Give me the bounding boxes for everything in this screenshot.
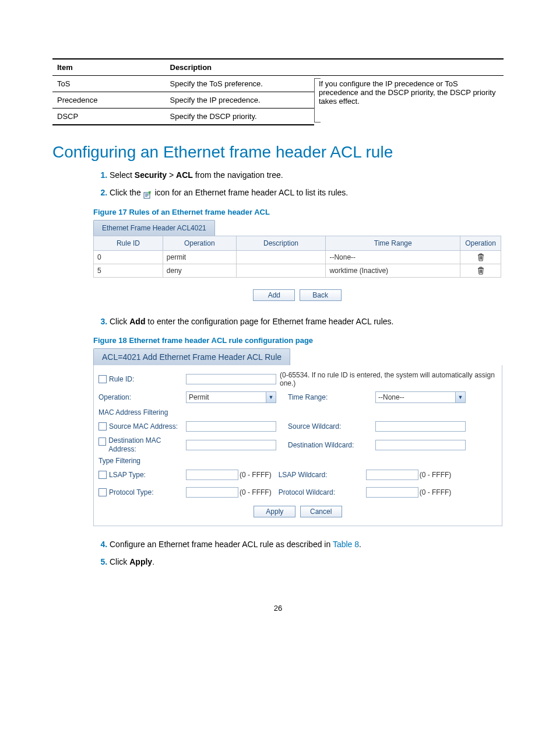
step-5: Click Apply. <box>110 555 504 568</box>
lsap-wildcard-label: LSAP Wildcard: <box>279 471 366 479</box>
operation-select[interactable]: Permit ▼ <box>186 391 276 403</box>
step-2: Click the icon for an Ethernet frame hea… <box>110 186 504 199</box>
col-operation: Operation <box>163 236 236 250</box>
col-operation-action: Operation <box>460 236 501 250</box>
figure-18-caption: Figure 18 Ethernet frame header ACL rule… <box>93 336 504 345</box>
figure-17-panel: Ethernet Frame Header ACL4021 Rule ID Op… <box>93 220 501 301</box>
table-8-link[interactable]: Table 8 <box>333 540 359 549</box>
item-description-table: Item Description ToS Specify the ToS pre… <box>52 58 504 125</box>
delete-icon[interactable] <box>464 267 497 275</box>
type-filtering-header: Type Filtering <box>98 457 497 465</box>
operation-label: Operation: <box>98 393 131 401</box>
page-number: 26 <box>52 604 504 612</box>
edit-icon <box>143 190 153 198</box>
source-wildcard-label: Source Wildcard: <box>288 422 375 430</box>
protocol-type-input[interactable] <box>186 487 238 498</box>
range-hint: (0 - FFFF) <box>420 471 452 479</box>
protocol-wildcard-input[interactable] <box>366 487 418 498</box>
rules-grid: Rule ID Operation Description Time Range… <box>93 236 501 278</box>
row-precedence-desc: Specify the IP precedence. <box>166 92 314 108</box>
col-description: Description <box>236 236 326 250</box>
table-row: 0 permit --None-- <box>94 250 501 264</box>
apply-button[interactable]: Apply <box>254 506 295 517</box>
lsap-type-input[interactable] <box>186 470 238 480</box>
source-mac-label: Source MAC Address: <box>109 422 178 430</box>
table-row: 5 deny worktime (Inactive) <box>94 264 501 277</box>
add-button[interactable]: Add <box>253 289 295 301</box>
col-description: Description <box>166 59 504 76</box>
form-tab[interactable]: ACL=4021 Add Ethernet Frame Header ACL R… <box>93 348 290 365</box>
lsap-wildcard-input[interactable] <box>366 470 418 480</box>
step-3: Click Add to enter the configuration pag… <box>110 315 504 328</box>
protocol-type-checkbox[interactable] <box>98 488 107 496</box>
cancel-button[interactable]: Cancel <box>300 506 342 517</box>
rule-id-label: Rule ID: <box>109 375 134 383</box>
svg-rect-2 <box>145 195 149 195</box>
step-1: Select Security > ACL from the navigatio… <box>110 169 504 181</box>
source-mac-checkbox[interactable] <box>98 422 107 430</box>
section-title: Configuring an Ethernet frame header ACL… <box>52 143 504 162</box>
figure-17-caption: Figure 17 Rules of an Ethernet frame hea… <box>93 208 504 216</box>
col-time-range: Time Range <box>326 236 460 250</box>
row-dscp-item: DSCP <box>52 108 166 125</box>
destination-wildcard-input[interactable] <box>375 440 466 450</box>
time-range-select[interactable]: --None-- ▼ <box>375 391 466 403</box>
mac-filtering-header: MAC Address Filtering <box>98 408 497 416</box>
rule-id-hint: (0-65534. If no rule ID is entered, the … <box>280 371 497 387</box>
col-rule-id: Rule ID <box>94 236 163 250</box>
source-wildcard-input[interactable] <box>375 421 466 432</box>
rule-id-input[interactable] <box>186 374 276 384</box>
range-hint: (0 - FFFF) <box>420 488 452 496</box>
range-hint: (0 - FFFF) <box>240 471 272 479</box>
svg-rect-1 <box>145 194 149 194</box>
row-dscp-desc: Specify the DSCP priority. <box>166 108 314 125</box>
lsap-type-label: LSAP Type: <box>109 471 146 479</box>
destination-mac-label: Destination MAC Address: <box>108 436 186 453</box>
protocol-type-label: Protocol Type: <box>109 488 154 496</box>
time-range-label: Time Range: <box>288 393 375 401</box>
svg-rect-3 <box>145 196 147 197</box>
range-hint: (0 - FFFF) <box>240 488 272 496</box>
col-item: Item <box>52 59 166 76</box>
row-tos-desc: Specify the ToS preference. <box>166 76 314 92</box>
rule-id-checkbox[interactable] <box>98 375 107 383</box>
lsap-type-checkbox[interactable] <box>98 471 107 479</box>
destination-mac-input[interactable] <box>186 440 276 450</box>
destination-wildcard-label: Destination Wildcard: <box>288 441 375 449</box>
source-mac-input[interactable] <box>186 421 276 432</box>
figure-18-panel: Rule ID: (0-65534. If no rule ID is ente… <box>93 365 502 526</box>
row-tos-item: ToS <box>52 76 166 92</box>
back-button[interactable]: Back <box>300 289 342 301</box>
row-precedence-item: Precedence <box>52 92 166 108</box>
destination-mac-checkbox[interactable] <box>98 438 106 446</box>
delete-icon[interactable] <box>464 253 497 261</box>
acl-tab[interactable]: Ethernet Frame Header ACL4021 <box>93 220 215 236</box>
step-4: Configure an Ethernet frame header ACL r… <box>110 538 504 551</box>
chevron-down-icon: ▼ <box>455 392 465 402</box>
precedence-note: If you configure the IP precedence or To… <box>314 76 504 125</box>
chevron-down-icon: ▼ <box>266 392 276 402</box>
protocol-wildcard-label: Protocol Wildcard: <box>279 488 366 496</box>
